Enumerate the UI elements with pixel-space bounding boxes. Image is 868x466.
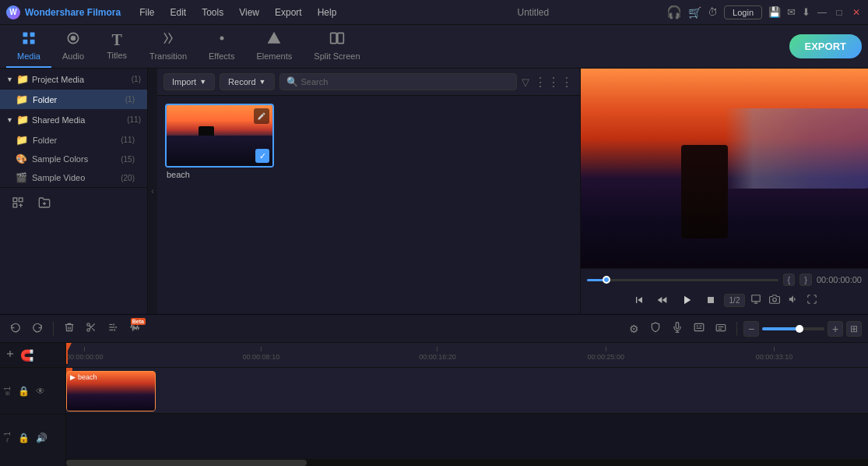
import-button[interactable]: Import ▼ [163, 73, 215, 90]
sample-colors-item[interactable]: 🎨 Sample Colors (15) [0, 150, 147, 168]
sample-video-label: Sample Video [32, 173, 85, 182]
svg-point-15 [773, 298, 777, 302]
audio-settings-button[interactable] [104, 319, 122, 337]
record-button[interactable]: Record ▼ [220, 73, 274, 90]
timeline-scrollbar[interactable] [66, 460, 868, 466]
delete-button[interactable] [60, 319, 79, 337]
menu-export[interactable]: Export [269, 5, 308, 19]
tab-titles[interactable]: T Titles [95, 25, 139, 68]
new-folder-button[interactable] [34, 194, 54, 214]
waveform-button[interactable]: Beta [125, 319, 144, 337]
project-media-section: ▼ 📁 Project Media (1) 📁 Folder (1) [0, 69, 147, 109]
speed-button[interactable]: 1/2 [724, 294, 746, 307]
edit-thumbnail-icon[interactable] [254, 108, 269, 124]
menu-help[interactable]: Help [311, 5, 343, 19]
zoom-slider[interactable] [762, 327, 824, 330]
project-media-label: Project Media [32, 75, 84, 84]
maximize-button[interactable]: □ [834, 7, 845, 18]
media-item-beach[interactable]: ✓ beach [165, 104, 274, 179]
audio-track-visibility-button[interactable]: 🔊 [34, 431, 49, 445]
clock-icon[interactable]: ⏱ [708, 6, 718, 18]
caption-button[interactable] [690, 319, 708, 337]
mic-button[interactable] [668, 319, 687, 337]
split-screen-tab-icon [329, 30, 345, 50]
timeline-body: 🧲 ≡1 🔒 👁 ♪1 🔒 🔊 00:00:00:00 [0, 343, 868, 466]
add-media-button[interactable] [8, 194, 28, 214]
headset-icon[interactable]: 🎧 [666, 5, 682, 19]
progress-track[interactable] [587, 279, 778, 281]
screenshot-button[interactable] [767, 291, 782, 309]
step-back-button[interactable] [629, 291, 649, 309]
sample-video-item[interactable]: 🎬 Sample Video (20) [0, 168, 147, 187]
menu-file[interactable]: File [133, 5, 160, 19]
cart-icon[interactable]: 🛒 [688, 6, 701, 19]
tab-elements-label: Elements [256, 51, 292, 61]
tab-audio[interactable]: Audio [51, 25, 95, 68]
title-bar-icons: 🎧 🛒 ⏱ Login 💾 ✉ ⬇ — □ ✕ [666, 5, 862, 19]
search-input[interactable] [301, 77, 511, 86]
stop-button[interactable] [701, 291, 721, 309]
add-track-button[interactable] [5, 348, 16, 362]
track-lock-button[interactable]: 🔒 [16, 384, 31, 398]
mail-icon[interactable]: ✉ [787, 6, 796, 18]
tab-transition[interactable]: Transition [139, 25, 198, 68]
svg-rect-2 [23, 40, 27, 44]
main-content: ▼ 📁 Project Media (1) 📁 Folder (1) ▼ 📁 S… [0, 69, 868, 314]
tab-effects[interactable]: Effects [198, 25, 245, 68]
media-grid: ✓ beach [157, 96, 580, 314]
frame-back-button[interactable] [652, 291, 673, 309]
undo-button[interactable] [6, 319, 25, 337]
close-button[interactable]: ✕ [851, 7, 862, 18]
collapse-panel-button[interactable]: ‹ [148, 69, 157, 314]
shield-button[interactable] [646, 319, 665, 337]
selected-check-icon: ✓ [255, 149, 269, 163]
media-tab-icon [21, 30, 37, 50]
zoom-out-button[interactable]: − [743, 321, 759, 337]
titles-tab-icon: T [111, 31, 121, 49]
fullscreen-button[interactable] [804, 291, 820, 309]
progress-handle[interactable] [603, 276, 610, 284]
scrollbar-thumb[interactable] [66, 460, 307, 466]
minimize-button[interactable]: — [817, 7, 828, 18]
subtitle-button[interactable] [712, 319, 730, 337]
shared-folder-label: Folder [33, 136, 57, 145]
time-display: 00:00:00:00 [817, 275, 862, 284]
playhead-line[interactable] [66, 343, 68, 364]
volume-button[interactable] [785, 291, 801, 309]
download-icon[interactable]: ⬇ [802, 6, 810, 18]
timeline-panel-toggle[interactable]: ⊞ [846, 321, 862, 337]
login-button[interactable]: Login [724, 5, 762, 19]
project-media-header[interactable]: ▼ 📁 Project Media (1) [0, 69, 147, 90]
save-icon[interactable]: 💾 [768, 6, 781, 18]
grid-view-icon[interactable]: ⋮⋮⋮ [534, 75, 574, 90]
play-button[interactable] [676, 291, 698, 309]
project-folder-count: (1) [125, 95, 135, 104]
cut-button[interactable] [82, 319, 100, 337]
menu-tools[interactable]: Tools [195, 5, 230, 19]
shared-media-header[interactable]: ▼ 📁 Shared Media (11) [0, 109, 147, 130]
filter-icon[interactable]: ▽ [522, 76, 529, 88]
export-button[interactable]: EXPORT [789, 34, 862, 58]
track-visibility-button[interactable]: 👁 [34, 384, 47, 398]
zoom-slider-fill [762, 327, 799, 330]
full-screen-preview-button[interactable] [748, 291, 764, 309]
audio-track-lock-button[interactable]: 🔒 [16, 431, 31, 445]
zoom-in-button[interactable]: + [828, 321, 843, 337]
right-bracket-button[interactable]: } [799, 274, 812, 286]
tab-media[interactable]: Media [6, 25, 51, 68]
timeline-settings-button[interactable]: ⚙ [625, 320, 643, 337]
zoom-slider-handle[interactable] [796, 325, 803, 333]
import-dropdown-icon: ▼ [199, 78, 206, 86]
tab-split-screen[interactable]: Split Screen [303, 25, 371, 68]
shared-media-folder[interactable]: 📁 Folder (11) [0, 130, 147, 150]
left-bracket-button[interactable]: { [783, 274, 796, 286]
redo-button[interactable] [28, 319, 47, 337]
record-label: Record [228, 77, 255, 86]
menu-edit[interactable]: Edit [163, 5, 192, 19]
menu-view[interactable]: View [233, 5, 265, 19]
project-media-folder[interactable]: 📁 Folder (1) [0, 90, 147, 109]
preview-background [581, 69, 868, 268]
tab-elements[interactable]: Elements [245, 25, 303, 68]
magnet-button[interactable]: 🧲 [20, 349, 33, 362]
video-clip-beach[interactable]: ▶ beach [66, 371, 156, 411]
